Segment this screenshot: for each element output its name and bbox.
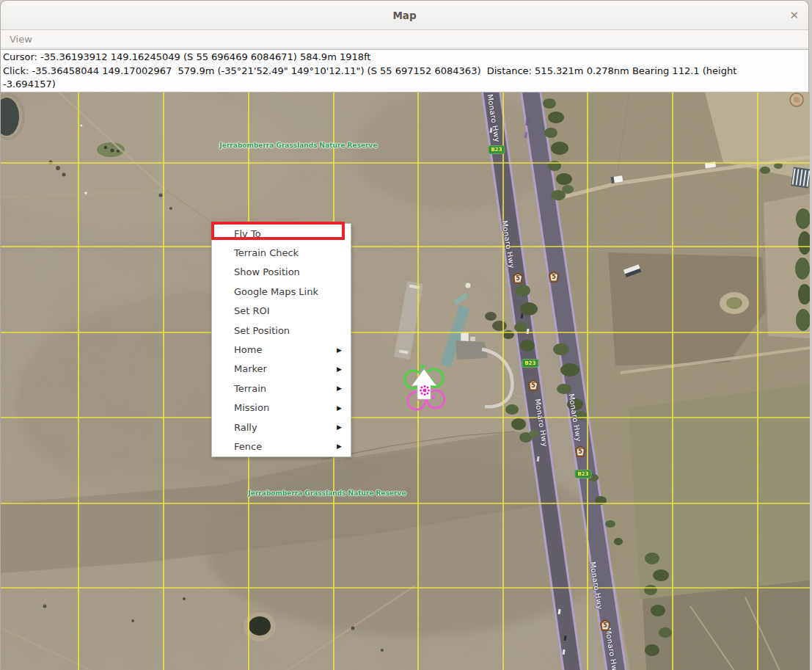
route-marker-shield: 5 (513, 272, 524, 284)
road-name-label: Monaro Hwy (604, 627, 619, 670)
submenu-arrow-icon: ▶ (337, 346, 342, 354)
menu-item-show-position[interactable]: Show Position (212, 263, 351, 282)
road-name-label: Monaro Hwy (500, 220, 516, 269)
close-icon[interactable]: ✕ (789, 1, 799, 30)
submenu-arrow-icon: ▶ (337, 365, 342, 373)
nature-reserve-label: Jerrabomberra Grasslands Nature Reserve (248, 489, 406, 497)
road-name-label: Monaro Hwy (567, 393, 582, 443)
status-panel: Cursor: -35.36193912 149.16245049 (S 55 … (1, 49, 808, 92)
road-name-label: Monaro Hwy (486, 94, 501, 143)
route-shield-b23: B23 (489, 146, 504, 153)
route-marker-shield: 5 (600, 619, 611, 631)
menu-item-label: Fence (234, 441, 262, 452)
map-canvas[interactable]: Jerrabomberra Grasslands Nature ReserveJ… (1, 92, 810, 670)
menu-item-fence[interactable]: Fence▶ (212, 437, 351, 456)
route-marker-number: 5 (601, 622, 609, 630)
menu-item-label: Google Maps Link (234, 286, 318, 297)
cursor-status-line: Cursor: -35.36193912 149.16245049 (S 55 … (3, 51, 806, 65)
menu-item-label: Marker (234, 363, 267, 374)
menu-item-label: Set ROI (234, 305, 270, 316)
menu-item-set-roi[interactable]: Set ROI (212, 302, 351, 321)
titlebar[interactable]: Map ✕ (1, 1, 808, 30)
click-status-line: Click: -35.36458044 149.17002967 579.9m … (3, 65, 806, 79)
menubar: View (1, 31, 808, 48)
map-window: Map ✕ View Cursor: -35.36193912 149.1624… (0, 0, 809, 670)
nature-reserve-label: Jerrabomberra Grasslands Nature Reserve (219, 142, 377, 149)
route-marker-number: 5 (550, 273, 557, 281)
menu-item-mission[interactable]: Mission▶ (212, 398, 351, 418)
menu-item-terrain[interactable]: Terrain▶ (212, 379, 351, 398)
submenu-arrow-icon: ▶ (337, 443, 342, 450)
route-marker-shield: 5 (528, 379, 539, 391)
menu-item-label: Set Position (234, 325, 290, 336)
submenu-arrow-icon: ▶ (337, 404, 342, 412)
menu-view[interactable]: View (1, 31, 41, 48)
menu-item-label: Terrain Check (234, 247, 299, 258)
menu-item-label: Mission (234, 402, 269, 413)
menu-item-fly-to[interactable]: Fly To (212, 224, 351, 243)
route-shield-b23: B23 (575, 470, 590, 478)
menu-item-marker[interactable]: Marker▶ (212, 360, 351, 379)
window-title: Map (1, 1, 808, 30)
route-marker-number: 5 (514, 274, 522, 283)
click-status-line-wrap: -3.694157) (3, 78, 806, 92)
route-marker-shield: 5 (575, 445, 586, 457)
map-label-overlay: Jerrabomberra Grasslands Nature ReserveJ… (1, 92, 810, 670)
menu-item-terrain-check[interactable]: Terrain Check (212, 243, 351, 262)
route-shield-b23: B23 (522, 360, 538, 367)
menu-item-label: Show Position (234, 266, 300, 277)
map-context-menu: Fly ToTerrain CheckShow PositionGoogle M… (211, 223, 351, 457)
route-marker-number: 5 (530, 382, 537, 390)
road-name-label: Monaro Hwy (533, 398, 549, 448)
menu-item-set-position[interactable]: Set Position (212, 321, 351, 340)
menu-item-home[interactable]: Home▶ (212, 340, 351, 359)
route-marker-shield: 5 (549, 271, 560, 283)
menu-item-label: Rally (234, 422, 257, 433)
route-marker-number: 5 (577, 448, 584, 456)
submenu-arrow-icon: ▶ (337, 385, 342, 392)
menu-item-label: Home (234, 344, 262, 355)
menu-item-rally[interactable]: Rally▶ (212, 418, 351, 437)
menu-item-google-maps-link[interactable]: Google Maps Link (212, 282, 351, 301)
road-name-label: Monaro Hwy (588, 561, 604, 611)
menu-item-label: Terrain (234, 383, 266, 394)
submenu-arrow-icon: ▶ (337, 423, 342, 431)
menu-item-label: Fly To (234, 228, 261, 239)
